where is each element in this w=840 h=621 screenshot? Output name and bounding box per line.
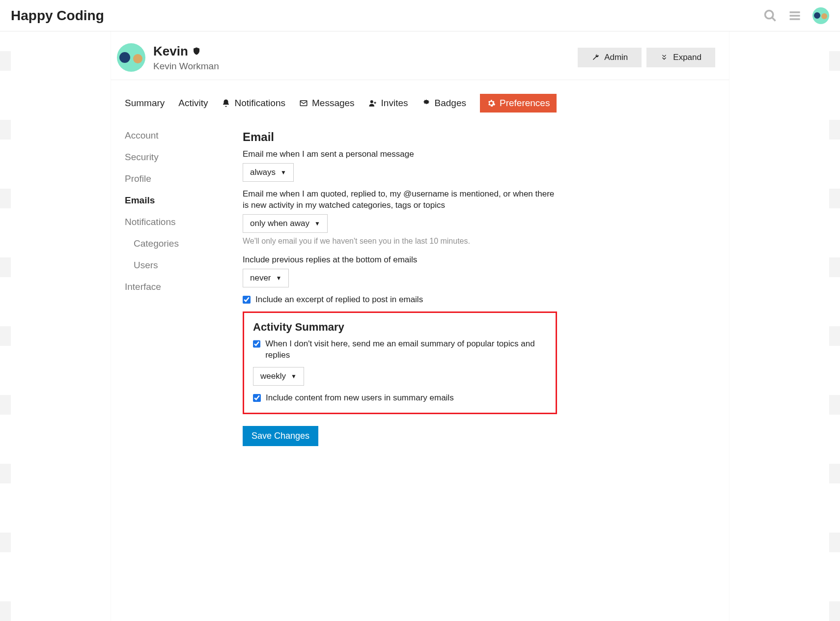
activity-summary-title: Activity Summary [253,321,547,334]
avatar[interactable] [812,7,829,24]
quoted-select[interactable]: only when away ▼ [243,214,328,233]
svg-point-0 [765,10,773,18]
sidebar-item-interface[interactable]: Interface [125,282,223,292]
user-plus-icon [368,99,377,108]
wrench-icon [591,54,599,61]
tab-activity[interactable]: Activity [178,94,208,113]
certificate-icon [422,99,431,108]
sidebar-item-categories[interactable]: Categories [125,238,223,249]
preferences-sidebar: Account Security Profile Emails Notifica… [125,130,223,446]
caret-down-icon: ▼ [314,220,320,227]
caret-down-icon: ▼ [276,275,282,282]
search-icon[interactable] [763,9,777,23]
sidebar-item-account[interactable]: Account [125,130,223,141]
username-text: Kevin [153,44,188,59]
tab-badges[interactable]: Badges [422,94,466,113]
tab-invites[interactable]: Invites [368,94,408,113]
new-users-label: Include content from new users in summar… [266,393,454,404]
header-right [763,7,829,24]
top-header: Happy Coding [0,0,840,31]
previous-value: never [250,273,271,283]
tab-notifications[interactable]: Notifications [222,94,285,113]
quoted-value: only when away [250,219,309,228]
caret-down-icon: ▼ [280,169,286,176]
excerpt-checkbox[interactable] [243,296,251,304]
shield-icon [192,44,201,59]
digest-select[interactable]: weekly ▼ [253,367,304,386]
tab-messages[interactable]: Messages [299,94,355,113]
email-settings: Email Email me when I am sent a personal… [243,130,557,446]
caret-down-icon: ▼ [291,373,297,380]
sidebar-item-notifications[interactable]: Notifications [125,217,223,227]
sidebar-item-security[interactable]: Security [125,152,223,163]
digest-value: weekly [260,371,286,381]
profile-tabs: Summary Activity Notifications Messages … [111,94,729,113]
site-title[interactable]: Happy Coding [11,8,104,24]
chevron-down-double-icon [660,54,668,61]
sidebar-item-emails[interactable]: Emails [125,195,223,206]
previous-label: Include previous replies at the bottom o… [243,254,557,266]
expand-label: Expand [673,53,701,62]
profile-realname: Kevin Workman [153,61,219,72]
email-section-title: Email [243,130,557,144]
sidebar-item-users[interactable]: Users [125,260,223,271]
excerpt-label: Include an excerpt of replied to post in… [255,294,423,306]
hamburger-icon[interactable] [788,9,802,23]
new-users-checkbox[interactable] [253,394,261,402]
digest-checkbox[interactable] [253,340,260,348]
tab-summary[interactable]: Summary [125,94,165,113]
bell-icon [222,99,230,108]
digest-label: When I don't visit here, send me an emai… [265,339,547,361]
admin-button[interactable]: Admin [578,48,642,67]
previous-select[interactable]: never ▼ [243,269,289,287]
activity-summary-highlight: Activity Summary When I don't visit here… [243,311,557,414]
profile-avatar[interactable] [117,43,145,72]
pm-select[interactable]: always ▼ [243,163,294,182]
quoted-hint: We'll only email you if we haven't seen … [243,237,557,246]
svg-point-6 [370,100,373,103]
sidebar-item-profile[interactable]: Profile [125,173,223,184]
pm-value: always [250,168,276,177]
expand-button[interactable]: Expand [646,48,715,67]
save-label: Save Changes [252,431,309,441]
profile-header: Kevin Kevin Workman Admin Expand [111,31,729,80]
admin-label: Admin [604,53,628,62]
save-button[interactable]: Save Changes [243,426,318,446]
profile-username: Kevin [153,44,219,59]
envelope-icon [299,99,308,108]
gear-icon [487,99,496,108]
pm-label: Email me when I am sent a personal messa… [243,149,557,160]
tab-preferences[interactable]: Preferences [480,94,557,113]
svg-line-1 [772,17,776,21]
quoted-label: Email me when I am quoted, replied to, m… [243,189,557,211]
